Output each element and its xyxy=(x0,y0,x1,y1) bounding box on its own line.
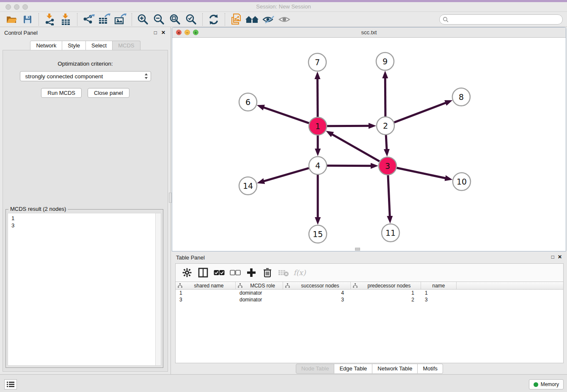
tab-style[interactable]: Style xyxy=(62,41,86,50)
import-network-button[interactable] xyxy=(42,13,58,26)
network-overview-button[interactable] xyxy=(244,13,260,26)
duplicate-network-button[interactable] xyxy=(228,13,244,26)
show-graphics-button[interactable] xyxy=(276,13,292,26)
edge-2-8[interactable] xyxy=(394,102,447,122)
tab-select[interactable]: Select xyxy=(86,41,113,50)
split-table-view-button[interactable] xyxy=(196,266,210,279)
hide-graphics-button[interactable] xyxy=(260,13,276,26)
cell-mcds-role: dominator xyxy=(236,290,283,296)
control-panel-tabs: NetworkStyleSelectMCDS xyxy=(0,41,171,50)
cell-name: 1 xyxy=(421,290,457,296)
tab-mcds[interactable]: MCDS xyxy=(113,41,140,50)
edge-3-10[interactable] xyxy=(397,168,447,179)
pane-divider-grip[interactable] xyxy=(169,193,172,203)
open-folder-icon xyxy=(6,14,17,25)
delete-column-button[interactable] xyxy=(260,266,275,279)
column-label: predecessor nodes xyxy=(358,283,421,289)
tab-node-table[interactable]: Node Table xyxy=(296,364,335,374)
zoom-in-button[interactable] xyxy=(135,13,151,26)
export-network-icon xyxy=(82,14,95,25)
edge-4-3[interactable] xyxy=(327,166,372,166)
open-session-button[interactable] xyxy=(3,13,19,26)
split-view-icon xyxy=(198,268,208,278)
run-mcds-button[interactable]: Run MCDS xyxy=(41,88,82,98)
edge-1-2[interactable] xyxy=(327,126,370,126)
mcds-result-box: MCDS result (2 nodes) 13 xyxy=(6,209,163,368)
edge-2-9[interactable] xyxy=(385,77,385,116)
save-floppy-icon xyxy=(22,14,33,25)
node-label-11: 11 xyxy=(385,228,396,237)
network-hscroll-thumb[interactable] xyxy=(355,248,360,251)
column-label: name xyxy=(421,283,456,289)
import-table-button[interactable] xyxy=(58,13,74,26)
column-header-mcds-role[interactable]: MCDS role xyxy=(236,282,283,289)
column-type-icon xyxy=(178,283,182,288)
table-header-row: shared nameMCDS rolesuccessor nodesprede… xyxy=(176,282,563,290)
tab-network[interactable]: Network xyxy=(30,41,62,50)
save-session-button[interactable] xyxy=(19,13,36,26)
network-canvas[interactable]: 7968124314101511 xyxy=(172,38,566,251)
delete-table-icon xyxy=(278,268,289,277)
tab-motifs[interactable]: Motifs xyxy=(418,364,443,374)
mcds-result-list[interactable]: 13 xyxy=(8,213,161,366)
table-body[interactable]: 1dominator4113dominator323 xyxy=(176,290,563,303)
edge-3-1[interactable] xyxy=(331,134,380,161)
zoom-out-button[interactable] xyxy=(151,13,167,26)
control-panel: Control Panel □ ✕ NetworkStyleSelectMCDS… xyxy=(0,27,171,374)
table-row-1[interactable]: 3dominator323 xyxy=(176,296,563,303)
mcds-result-title: MCDS result (2 nodes) xyxy=(8,206,68,212)
checked-boxes-icon xyxy=(214,270,225,276)
cell-predecessor-nodes: 1 xyxy=(351,290,421,296)
edge-4-14[interactable] xyxy=(263,168,309,182)
export-network-button[interactable] xyxy=(80,13,96,26)
zoom-in-icon xyxy=(137,14,149,25)
edge-1-7[interactable] xyxy=(317,77,318,117)
export-table-icon xyxy=(98,14,111,25)
float-panel-icon[interactable]: □ xyxy=(154,30,157,36)
import-table-icon xyxy=(61,14,72,25)
delete-table-button[interactable] xyxy=(276,266,291,279)
column-header-shared-name[interactable]: shared name xyxy=(176,282,236,289)
column-header-predecessor-nodes[interactable]: predecessor nodes xyxy=(351,282,421,289)
table-panel-title: Table Panel xyxy=(176,254,205,261)
task-history-button[interactable] xyxy=(4,379,17,389)
close-panel-icon[interactable]: ✕ xyxy=(161,30,165,36)
zoom-fit-button[interactable] xyxy=(167,13,183,26)
cell-successor-nodes: 3 xyxy=(283,296,351,303)
tab-network-table[interactable]: Network Table xyxy=(372,364,418,374)
export-table-button[interactable] xyxy=(96,13,113,26)
export-image-button[interactable] xyxy=(113,13,129,26)
close-table-panel-icon[interactable]: ✕ xyxy=(558,254,562,260)
show-all-columns-button[interactable] xyxy=(212,266,226,279)
toolbar-separator xyxy=(202,13,203,26)
search-input[interactable] xyxy=(450,17,562,22)
node-label-1: 1 xyxy=(315,121,320,131)
table-settings-button[interactable] xyxy=(180,266,194,279)
function-builder-button[interactable]: f(x) xyxy=(292,266,307,279)
column-header-name[interactable]: name xyxy=(421,282,457,289)
table-row-0[interactable]: 1dominator411 xyxy=(176,290,563,296)
zoom-selected-button[interactable] xyxy=(183,13,199,26)
close-panel-button[interactable]: Close panel xyxy=(88,88,129,98)
network-window-titlebar[interactable]: ✕ – + scc.txt xyxy=(172,28,566,38)
search-box[interactable] xyxy=(439,14,563,25)
node-label-14: 14 xyxy=(243,181,253,190)
cell-predecessor-nodes: 2 xyxy=(351,296,421,303)
edge-3-11[interactable] xyxy=(388,175,390,218)
cell-name: 3 xyxy=(421,296,457,303)
criterion-value: strongly connected component xyxy=(25,73,144,80)
table-toolbar: f(x) xyxy=(176,264,563,282)
edge-1-6[interactable] xyxy=(262,107,309,123)
result-scrollbar[interactable] xyxy=(155,213,161,365)
hide-all-columns-button[interactable] xyxy=(228,266,242,279)
criterion-dropdown[interactable]: strongly connected component xyxy=(20,71,151,81)
tab-edge-table[interactable]: Edge Table xyxy=(334,364,372,374)
create-column-button[interactable] xyxy=(244,266,259,279)
refresh-layout-button[interactable] xyxy=(206,13,222,26)
memory-button[interactable]: Memory xyxy=(529,379,564,389)
float-table-panel-icon[interactable]: □ xyxy=(551,254,554,260)
gear-icon xyxy=(182,268,192,277)
edge-2-3[interactable] xyxy=(386,135,387,151)
node-label-9: 9 xyxy=(383,57,388,66)
column-header-successor-nodes[interactable]: successor nodes xyxy=(283,282,351,289)
